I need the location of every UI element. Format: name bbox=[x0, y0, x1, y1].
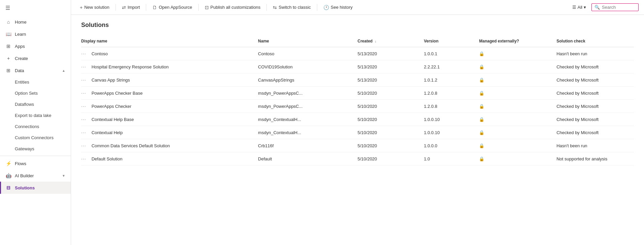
table-row[interactable]: ··· PowerApps Checker Base msdyn_PowerAp… bbox=[81, 87, 634, 100]
table-row[interactable]: ··· PowerApps Checker msdyn_PowerAppsC..… bbox=[81, 100, 634, 113]
cell-solution-check-3: Checked by Microsoft bbox=[556, 87, 634, 100]
sidebar-item-learn[interactable]: 📖 Learn bbox=[0, 28, 71, 40]
content-area: Solutions Display name Name Created ↓ Ve… bbox=[71, 15, 644, 245]
open-appsource-icon: 🗋 bbox=[152, 5, 157, 10]
sidebar-item-flows[interactable]: ⚡ Flows bbox=[0, 157, 71, 170]
sidebar-item-create[interactable]: + Create bbox=[0, 52, 71, 64]
display-name-value-2: Canvas App Strings bbox=[92, 78, 130, 83]
sidebar-item-apps[interactable]: ⊞ Apps bbox=[0, 40, 71, 52]
col-header-solution-check: Solution check bbox=[556, 35, 634, 47]
sidebar-item-dataflows[interactable]: Dataflows bbox=[0, 99, 71, 110]
table-row[interactable]: ··· Contextual Help msdyn_ContextualH...… bbox=[81, 126, 634, 139]
col-header-managed: Managed externally? bbox=[479, 35, 556, 47]
display-name-value-6: Contextual Help bbox=[92, 130, 123, 135]
search-box[interactable]: 🔍 bbox=[591, 3, 639, 11]
filter-dropdown[interactable]: ☰ All ▾ bbox=[570, 3, 589, 11]
table-row[interactable]: ··· Canvas App Strings CanvasAppStrings … bbox=[81, 73, 634, 87]
filter-label: All bbox=[578, 5, 582, 10]
table-row[interactable]: ··· Hospital Emergency Response Solution… bbox=[81, 60, 634, 73]
ai-builder-icon: 🤖 bbox=[5, 173, 11, 178]
sort-icon: ↓ bbox=[375, 39, 377, 43]
cell-display-name-8: ··· Default Solution bbox=[81, 152, 258, 165]
see-history-button[interactable]: 🕐 See history bbox=[320, 3, 356, 11]
sidebar-item-home[interactable]: ⌂ Home bbox=[0, 16, 71, 28]
table-row[interactable]: ··· Contoso Contoso 5/13/2020 1.0.0.1 🔒 … bbox=[81, 47, 634, 60]
col-header-managed-label: Managed externally? bbox=[479, 39, 519, 43]
cell-created-6: 5/10/2020 bbox=[357, 126, 424, 139]
row-more-icon-1[interactable]: ··· bbox=[81, 64, 89, 69]
hamburger-menu[interactable]: ☰ bbox=[0, 0, 71, 16]
col-header-created-label: Created bbox=[357, 39, 373, 43]
cell-name-5: msdyn_ContextualH... bbox=[258, 113, 357, 126]
cell-solution-check-1: Checked by Microsoft bbox=[556, 60, 634, 73]
row-more-icon-4[interactable]: ··· bbox=[81, 103, 89, 109]
sidebar-item-gateways[interactable]: Gateways bbox=[0, 143, 71, 154]
col-header-display-name: Display name bbox=[81, 35, 258, 47]
col-header-display-name-label: Display name bbox=[81, 39, 107, 43]
sidebar-item-entities[interactable]: Entities bbox=[0, 76, 71, 88]
sidebar-item-connections[interactable]: Connections bbox=[0, 121, 71, 132]
import-button[interactable]: ⇄ Import bbox=[119, 3, 143, 11]
open-appsource-button[interactable]: 🗋 Open AppSource bbox=[149, 3, 195, 11]
display-name-value-5: Contextual Help Base bbox=[92, 117, 134, 122]
switch-classic-button[interactable]: ⇆ Switch to classic bbox=[269, 3, 314, 11]
cell-created-7: 5/10/2020 bbox=[357, 139, 424, 152]
display-name-value-4: PowerApps Checker bbox=[92, 104, 132, 109]
data-icon: ⊞ bbox=[5, 68, 11, 73]
cell-display-name-2: ··· Canvas App Strings bbox=[81, 73, 258, 87]
toolbar: + New solution ⇄ Import 🗋 Open AppSource… bbox=[71, 0, 644, 15]
sidebar-item-flows-label: Flows bbox=[15, 161, 26, 166]
table-row[interactable]: ··· Contextual Help Base msdyn_Contextua… bbox=[81, 113, 634, 126]
cell-solution-check-8: Not supported for analysis bbox=[556, 152, 634, 165]
cell-name-4: msdyn_PowerAppsC... bbox=[258, 100, 357, 113]
col-header-created[interactable]: Created ↓ bbox=[357, 35, 424, 47]
lock-icon-8: 🔒 bbox=[479, 156, 484, 161]
search-icon: 🔍 bbox=[594, 5, 600, 10]
row-more-icon-3[interactable]: ··· bbox=[81, 90, 89, 96]
home-icon: ⌂ bbox=[5, 19, 11, 25]
search-input[interactable] bbox=[602, 5, 636, 10]
table-row[interactable]: ··· Default Solution Default 5/10/2020 1… bbox=[81, 152, 634, 165]
display-name-value-8: Default Solution bbox=[92, 156, 123, 161]
display-name-value-3: PowerApps Checker Base bbox=[92, 91, 143, 96]
sidebar-item-apps-label: Apps bbox=[15, 44, 25, 49]
table-row[interactable]: ··· Common Data Services Default Solutio… bbox=[81, 139, 634, 152]
cell-name-6: msdyn_ContextualH... bbox=[258, 126, 357, 139]
lock-icon-4: 🔒 bbox=[479, 104, 484, 109]
sidebar-item-gateways-label: Gateways bbox=[15, 146, 34, 151]
row-more-icon-6[interactable]: ··· bbox=[81, 130, 89, 135]
sidebar-item-option-sets[interactable]: Option Sets bbox=[0, 88, 71, 99]
sidebar-item-learn-label: Learn bbox=[15, 32, 26, 37]
toolbar-sep-2 bbox=[146, 4, 146, 11]
row-more-icon-7[interactable]: ··· bbox=[81, 143, 89, 148]
toolbar-sep-4 bbox=[266, 4, 267, 11]
row-more-icon-8[interactable]: ··· bbox=[81, 156, 89, 161]
sidebar-item-data[interactable]: ⊞ Data ▲ bbox=[0, 64, 71, 76]
publish-label: Publish all customizations bbox=[211, 5, 261, 10]
cell-created-3: 5/10/2020 bbox=[357, 87, 424, 100]
cell-version-8: 1.0 bbox=[424, 152, 479, 165]
cell-name-8: Default bbox=[258, 152, 357, 165]
display-name-value-0: Contoso bbox=[92, 51, 108, 56]
row-more-icon-0[interactable]: ··· bbox=[81, 51, 89, 56]
cell-created-0: 5/13/2020 bbox=[357, 47, 424, 60]
new-solution-icon: + bbox=[80, 5, 83, 10]
cell-display-name-3: ··· PowerApps Checker Base bbox=[81, 87, 258, 100]
cell-created-8: 5/10/2020 bbox=[357, 152, 424, 165]
row-more-icon-5[interactable]: ··· bbox=[81, 117, 89, 122]
cell-version-7: 1.0.0.0 bbox=[424, 139, 479, 152]
new-solution-button[interactable]: + New solution bbox=[76, 3, 113, 11]
sidebar-item-custom-connectors[interactable]: Custom Connectors bbox=[0, 132, 71, 143]
row-more-icon-2[interactable]: ··· bbox=[81, 77, 89, 83]
cell-solution-check-0: Hasn't been run bbox=[556, 47, 634, 60]
cell-display-name-4: ··· PowerApps Checker bbox=[81, 100, 258, 113]
sidebar-item-solutions[interactable]: ⊟ Solutions bbox=[0, 182, 71, 194]
col-header-version: Version bbox=[424, 35, 479, 47]
lock-icon-1: 🔒 bbox=[479, 64, 484, 69]
cell-solution-check-6: Checked by Microsoft bbox=[556, 126, 634, 139]
sidebar-item-ai-builder[interactable]: 🤖 AI Builder ▼ bbox=[0, 170, 71, 182]
sidebar-item-export-data-lake[interactable]: Export to data lake bbox=[0, 110, 71, 121]
toolbar-sep-3 bbox=[198, 4, 199, 11]
publish-button[interactable]: ⊡ Publish all customizations bbox=[201, 3, 264, 11]
lock-icon-3: 🔒 bbox=[479, 91, 484, 96]
